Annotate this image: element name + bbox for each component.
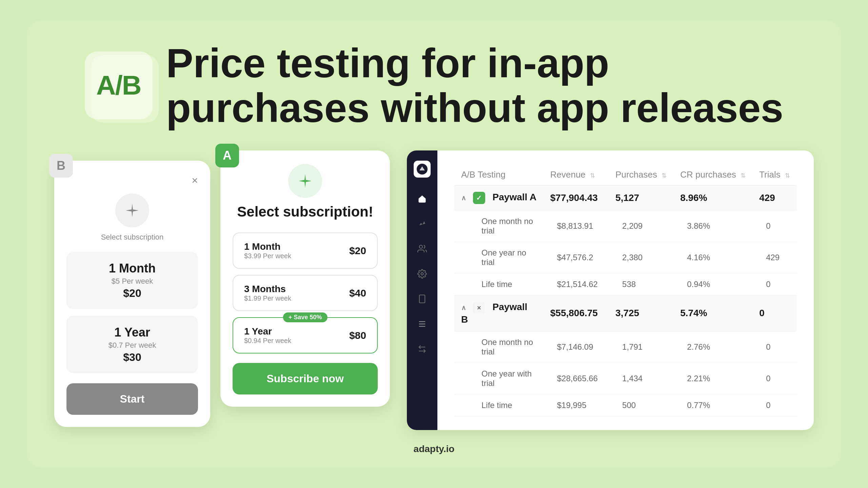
sidebar-item-transfer[interactable] (415, 342, 430, 357)
plan-b-0-week: $5 Per week (77, 277, 187, 286)
plan-b-0-price: $20 (77, 287, 187, 300)
plan-a-2-wrapper: 1 Year $0.94 Per week $80 + Save 50% (233, 317, 378, 353)
sub-a-1-cr: 4.16% (673, 242, 752, 273)
plan-b-1-week: $0.7 Per week (77, 341, 187, 350)
sidebar-item-home[interactable] (415, 191, 430, 206)
sidebar (407, 150, 437, 430)
start-button[interactable]: Start (66, 383, 198, 415)
plan-row-b-1[interactable]: 1 Year $0.7 Per week $30 (66, 316, 198, 373)
plan-b-1-price: $30 (77, 351, 187, 364)
group-b-cr: 5.74% (673, 296, 752, 331)
table-row: Life time $21,514.62 538 0.94% 0 (454, 273, 797, 296)
sidebar-item-mobile[interactable] (415, 291, 430, 306)
table-header-row: A/B Testing Revenue ⇅ Purchases ⇅ (454, 164, 797, 186)
plan-a-0-label: 1 Month $3.99 Per week (244, 241, 291, 260)
col-header-cr[interactable]: CR purchases ⇅ (673, 164, 752, 186)
plan-a-0-name: 1 Month (244, 241, 291, 252)
group-b-name-cell: ∧ × Paywall B (454, 296, 544, 331)
sub-b-1-revenue: $28,665.66 (544, 363, 609, 394)
plan-a-1-price: $40 (349, 287, 366, 299)
phone-b-icon-circle (115, 194, 149, 227)
phone-b-card: × Select subscription 1 Month $5 Per wee… (54, 161, 210, 427)
group-a-purchases: 5,127 (609, 186, 673, 210)
close-button[interactable]: × (66, 174, 198, 187)
check-icon-a: ✓ (473, 192, 485, 204)
svg-point-1 (419, 245, 422, 248)
cr-sort-icon: ⇅ (741, 172, 746, 179)
logo-icon (416, 163, 428, 175)
sidebar-logo (414, 161, 431, 178)
plan-row-b-0[interactable]: 1 Month $5 Per week $20 (66, 252, 198, 309)
sub-a-0-trials: 0 (752, 210, 797, 242)
sidebar-item-ab-test[interactable] (415, 317, 430, 331)
group-a-revenue: $77,904.43 (544, 186, 609, 210)
sidebar-item-analytics[interactable] (415, 216, 430, 231)
col-header-trials[interactable]: Trials ⇅ (752, 164, 797, 186)
sub-a-1-purchases: 2,380 (609, 242, 673, 273)
table-row: One month no trial $8,813.91 2,209 3.86%… (454, 210, 797, 242)
group-b-trials: 0 (752, 296, 797, 331)
sub-b-0-revenue: $7,146.09 (544, 331, 609, 363)
group-row-paywall-a: ∧ ✓ Paywall A $77,904.43 5,127 8.96% 429 (454, 186, 797, 210)
trials-sort-icon: ⇅ (785, 172, 790, 179)
expand-a-icon[interactable]: ∧ (461, 194, 466, 202)
a-badge: A (215, 144, 239, 167)
sub-b-2-cr: 0.77% (673, 394, 752, 416)
x-icon-b: × (473, 302, 485, 314)
sub-b-0-cr: 2.76% (673, 331, 752, 363)
table-row: One month no trial $7,146.09 1,791 2.76%… (454, 331, 797, 363)
sub-a-1-revenue: $47,576.2 (544, 242, 609, 273)
phone-a-card: Select subscription! 1 Month $3.99 Per w… (220, 150, 390, 407)
sidebar-item-users[interactable] (415, 241, 430, 256)
ab-testing-table: A/B Testing Revenue ⇅ Purchases ⇅ (454, 164, 797, 416)
table-row: Life time $19,995 500 0.77% 0 (454, 394, 797, 416)
main-content: B × Select subscription 1 Month $5 Per w… (54, 150, 814, 430)
sub-b-1-trials: 0 (752, 363, 797, 394)
sub-a-0-purchases: 2,209 (609, 210, 673, 242)
sub-b-1-name: One year with trial (454, 363, 544, 394)
subscribe-button[interactable]: Subscribe now (233, 363, 378, 394)
plan-a-0-week: $3.99 Per week (244, 252, 291, 260)
sub-a-2-cr: 0.94% (673, 273, 752, 296)
sub-b-2-name: Life time (454, 394, 544, 416)
sub-a-2-name: Life time (454, 273, 544, 296)
group-row-paywall-b: ∧ × Paywall B $55,806.75 3,725 5.74% 0 (454, 296, 797, 331)
table-row: One year with trial $28,665.66 1,434 2.2… (454, 363, 797, 394)
col-header-revenue[interactable]: Revenue ⇅ (544, 164, 609, 186)
revenue-sort-icon: ⇅ (590, 172, 595, 179)
table-area: A/B Testing Revenue ⇅ Purchases ⇅ (437, 150, 814, 430)
group-b-revenue: $55,806.75 (544, 296, 609, 331)
plan-a-1-name: 3 Months (244, 284, 291, 294)
plan-a-2-label: 1 Year $0.94 Per week (244, 326, 291, 345)
sub-b-2-trials: 0 (752, 394, 797, 416)
footer: adapty.io (414, 444, 455, 454)
phone-a-icon-wrapper (233, 164, 378, 198)
expand-b-icon[interactable]: ∧ (461, 304, 466, 312)
sub-b-0-name: One month no trial (454, 331, 544, 363)
group-b-purchases: 3,725 (609, 296, 673, 331)
sub-b-2-purchases: 500 (609, 394, 673, 416)
col-header-name: A/B Testing (454, 164, 544, 186)
sparkle-icon (124, 202, 141, 219)
plan-a-0-price: $20 (349, 245, 366, 257)
col-header-purchases[interactable]: Purchases ⇅ (609, 164, 673, 186)
plan-a-2-name: 1 Year (244, 326, 291, 337)
sub-a-0-revenue: $8,813.91 (544, 210, 609, 242)
sub-a-1-name: One year no trial (454, 242, 544, 273)
plan-a-2-row[interactable]: 1 Year $0.94 Per week $80 (233, 317, 378, 353)
sub-a-2-purchases: 538 (609, 273, 673, 296)
green-sparkle-icon (297, 172, 314, 189)
ab-logo-text: A/B (96, 70, 141, 101)
group-a-name-cell: ∧ ✓ Paywall A (454, 186, 544, 210)
plan-b-1-name: 1 Year (77, 325, 187, 340)
purchases-sort-icon: ⇅ (662, 172, 667, 179)
sidebar-item-settings[interactable] (415, 266, 430, 281)
sub-a-0-cr: 3.86% (673, 210, 752, 242)
dashboard: A/B Testing Revenue ⇅ Purchases ⇅ (407, 150, 814, 430)
plan-a-1-label: 3 Months $1.99 Per week (244, 284, 291, 302)
plan-a-1-row[interactable]: 3 Months $1.99 Per week $40 (233, 275, 378, 311)
table-row: One year no trial $47,576.2 2,380 4.16% … (454, 242, 797, 273)
plan-a-0-row[interactable]: 1 Month $3.99 Per week $20 (233, 232, 378, 269)
b-badge: B (49, 154, 73, 178)
header-title: Price testing for in-app purchases witho… (166, 41, 784, 130)
